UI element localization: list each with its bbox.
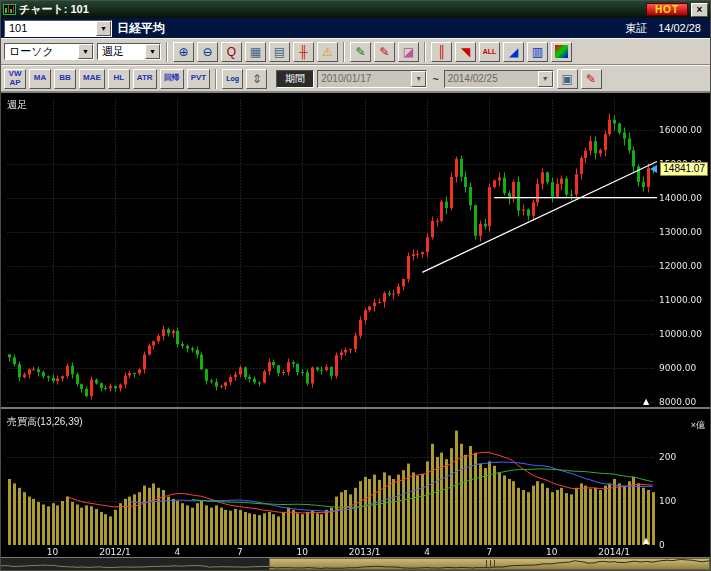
hot-button[interactable]: HOT	[646, 3, 688, 16]
symbol-code-combobox[interactable]: 101 ▼	[4, 20, 112, 37]
chart-type-value: ローソク	[5, 44, 78, 59]
chevron-down-icon[interactable]: ▼	[411, 71, 426, 87]
range-scrollbar-canvas[interactable]	[1, 558, 710, 570]
mae-button[interactable]: MAE	[79, 69, 105, 89]
scale-icon-group: Log⇕	[222, 69, 267, 89]
grid-layout-icon[interactable]: ▦	[245, 42, 266, 62]
date-range-tilde: ~	[430, 73, 440, 85]
main-toolbar: ローソク ▼ 週足 ▼ ⊕⊖Q▦▤╫⚠✎✎◪║◥ALL◢▥	[1, 38, 710, 65]
window-title: チャート: 101	[19, 2, 89, 17]
panel-layout-icon[interactable]: ▤	[269, 42, 290, 62]
palette-icon[interactable]	[551, 42, 572, 62]
chart-canvas[interactable]	[1, 93, 710, 559]
pvt-button[interactable]: PVT	[187, 69, 211, 89]
range-scrollbar	[1, 558, 710, 570]
date-from-value: 2010/01/17	[318, 73, 411, 84]
search-icon[interactable]: Q	[221, 42, 242, 62]
vwap-button[interactable]: VW AP	[4, 69, 26, 89]
toolbar-separator	[343, 42, 345, 62]
chevron-down-icon[interactable]: ▼	[78, 44, 93, 59]
last-price-label: 14841.07	[660, 162, 708, 176]
draw-pen-icon[interactable]: ✎	[581, 69, 602, 89]
draw-icon-group: ▣✎	[557, 69, 602, 89]
app-icon	[3, 4, 16, 15]
draw-pencil-green-icon[interactable]: ✎	[350, 42, 371, 62]
last-price-marker-icon	[650, 165, 657, 173]
alert-icon[interactable]: ⚠	[317, 42, 338, 62]
zoom-in-icon[interactable]: ⊕	[173, 42, 194, 62]
bb-button[interactable]: BB	[54, 69, 76, 89]
chart-zoom-down-icon[interactable]: ◢	[503, 42, 524, 62]
indicator-toolbar: VW APMABBMAEHLATR回帰PVT Log⇕ 期間 2010/01/1…	[1, 65, 710, 92]
overlay-icon[interactable]: ▥	[527, 42, 548, 62]
toolbar-separator	[424, 42, 426, 62]
show-all-icon[interactable]: ALL	[479, 42, 500, 62]
chevron-down-icon[interactable]: ▼	[538, 71, 553, 87]
atr-button[interactable]: ATR	[133, 69, 157, 89]
palette-icon-swatch	[555, 45, 568, 58]
exchange-label: 東証	[625, 21, 647, 36]
zoom-out-icon[interactable]: ⊖	[197, 42, 218, 62]
date-from-field[interactable]: 2010/01/17 ▼	[317, 70, 427, 88]
toolbar-icon-group: ⊕⊖Q▦▤╫⚠✎✎◪║◥ALL◢▥	[173, 42, 572, 62]
hl-button[interactable]: HL	[108, 69, 130, 89]
date-to-field[interactable]: 2014/02/25 ▼	[444, 70, 554, 88]
ma-button[interactable]: MA	[29, 69, 51, 89]
chevron-down-icon[interactable]: ▼	[145, 44, 160, 59]
close-icon[interactable]: ×	[691, 3, 708, 17]
price-pane-label: 週足	[7, 98, 27, 112]
symbol-code-value: 101	[5, 22, 96, 34]
draw-pencil-red-icon[interactable]: ✎	[374, 42, 395, 62]
eraser-icon[interactable]: ◪	[398, 42, 419, 62]
volume-unit-label: ×億	[691, 419, 705, 432]
toolbar-separator	[215, 69, 217, 89]
capture-icon[interactable]: ▣	[557, 69, 578, 89]
quote-date: 14/02/28	[658, 22, 701, 34]
timeframe-value: 週足	[98, 44, 145, 59]
symbol-name: 日経平均	[117, 20, 165, 37]
chart-window: チャート: 101 HOT × 101 ▼ 日経平均 東証 14/02/28 ロ…	[0, 0, 711, 571]
kaiki-button[interactable]: 回帰	[160, 69, 184, 89]
chart-area: 週足 売買高(13,26,39) ×億 14841.07	[1, 92, 710, 558]
log-scale-icon[interactable]: Log	[222, 69, 243, 89]
chart-candle-icon[interactable]: ║	[431, 42, 452, 62]
title-bar: チャート: 101 HOT ×	[1, 1, 710, 18]
timeframe-combobox[interactable]: 週足 ▼	[97, 43, 161, 60]
candle-style-icon[interactable]: ╫	[293, 42, 314, 62]
date-to-value: 2014/02/25	[445, 73, 538, 84]
indicator-button-group: VW APMABBMAEHLATR回帰PVT	[4, 69, 210, 89]
chart-type-combobox[interactable]: ローソク ▼	[4, 43, 94, 60]
period-button[interactable]: 期間	[276, 70, 314, 88]
scale-adjust-icon[interactable]: ⇕	[246, 69, 267, 89]
symbol-row: 101 ▼ 日経平均 東証 14/02/28	[1, 18, 710, 38]
chevron-down-icon[interactable]: ▼	[96, 21, 111, 36]
chart-zoom-up-icon[interactable]: ◥	[455, 42, 476, 62]
toolbar-separator	[166, 42, 168, 62]
volume-pane-label: 売買高(13,26,39)	[7, 415, 83, 429]
